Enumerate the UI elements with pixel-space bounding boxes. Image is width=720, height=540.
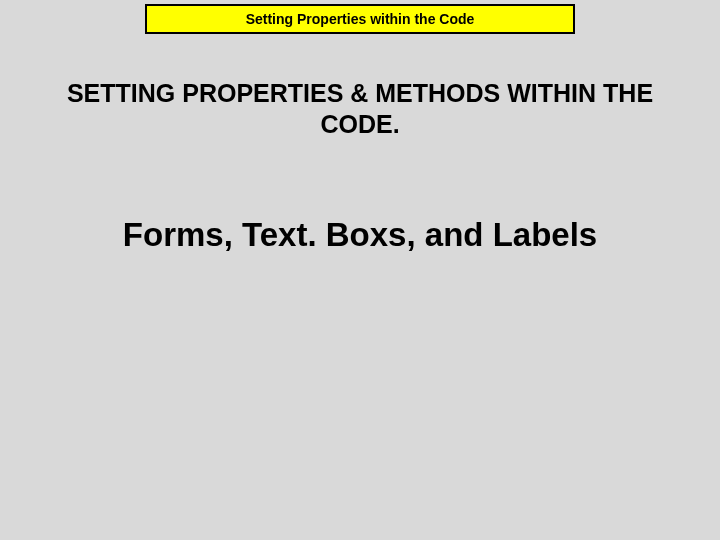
title-banner-text: Setting Properties within the Code xyxy=(246,11,475,27)
main-heading: SETTING PROPERTIES & METHODS WITHIN THE … xyxy=(0,78,720,141)
sub-heading: Forms, Text. Boxs, and Labels xyxy=(0,216,720,254)
title-banner: Setting Properties within the Code xyxy=(145,4,575,34)
